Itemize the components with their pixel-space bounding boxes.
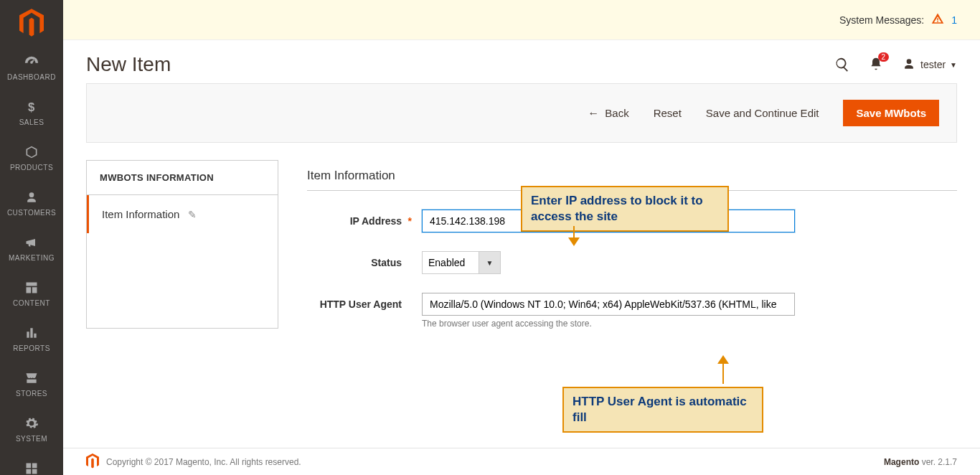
user-menu[interactable]: tester ▼ <box>902 57 957 73</box>
copyright-text: Copyright © 2017 Magento, Inc. All right… <box>106 457 301 467</box>
side-panel-item-label: Item Information <box>102 208 179 220</box>
svg-text:$: $ <box>28 100 35 114</box>
sidebar-item-stores[interactable]: STORES <box>0 361 63 406</box>
layout-icon <box>23 279 40 296</box>
sidebar-label: DASHBOARD <box>7 73 56 81</box>
ip-label-text: IP Address <box>350 215 402 227</box>
side-panel-tab-item-info[interactable]: Item Information ✎ <box>87 195 278 233</box>
status-label: Status <box>307 257 422 268</box>
annotation-callout-ua: HTTP User Agent is automatic fill <box>562 387 763 433</box>
megaphone-icon <box>23 234 40 251</box>
sidebar-item-sales[interactable]: $ SALES <box>0 90 63 135</box>
back-label: Back <box>605 107 628 119</box>
sidebar-label: MARKETING <box>9 254 55 262</box>
required-star-icon: * <box>408 215 412 227</box>
grid-icon <box>23 460 40 475</box>
sidebar-item-dashboard[interactable]: DASHBOARD <box>0 44 63 90</box>
user-agent-label: HTTP User Agent <box>307 298 422 310</box>
version-number: ver. 2.1.7 <box>919 457 957 467</box>
user-agent-input[interactable] <box>422 293 795 316</box>
annotation-arrow-up-icon <box>715 355 732 386</box>
footer-right: Magento ver. 2.1.7 <box>884 457 957 467</box>
system-messages-label: System Messages: <box>839 14 924 26</box>
version-label: Magento <box>884 457 919 467</box>
sidebar-item-reports[interactable]: REPORTS <box>0 316 63 361</box>
warning-icon[interactable] <box>931 12 944 27</box>
person-icon <box>23 189 40 206</box>
storefront-icon <box>23 370 40 387</box>
sidebar-item-system[interactable]: SYSTEM <box>0 406 63 451</box>
sidebar-item-products[interactable]: PRODUCTS <box>0 135 63 180</box>
chevron-down-icon: ▼ <box>950 61 957 69</box>
sidebar-label: STORES <box>16 390 47 398</box>
ip-address-label: IP Address * <box>307 215 422 227</box>
back-button[interactable]: ← Back <box>588 107 628 120</box>
user-icon <box>902 57 916 73</box>
header-actions: 2 tester ▼ <box>834 57 957 73</box>
status-select-wrap: ▼ <box>422 251 501 274</box>
gear-icon <box>23 415 40 432</box>
bell-icon <box>869 62 883 73</box>
admin-sidebar: DASHBOARD $ SALES PRODUCTS CUSTOMERS MAR… <box>0 0 63 475</box>
user-name: tester <box>920 59 946 70</box>
page-header: New Item 2 tester ▼ <box>63 40 980 83</box>
form-side-panel: MWBOTS INFORMATION Item Information ✎ <box>86 160 278 329</box>
notifications-button[interactable]: 2 <box>869 57 883 73</box>
sidebar-item-customers[interactable]: CUSTOMERS <box>0 180 63 225</box>
side-panel-heading: MWBOTS INFORMATION <box>87 161 278 195</box>
user-agent-hint: The browser user agent accessing the sto… <box>422 319 957 329</box>
sidebar-item-content[interactable]: CONTENT <box>0 271 63 316</box>
main-area: System Messages: 1 New Item 2 tester ▼ ←… <box>63 0 980 475</box>
action-bar: ← Back Reset Save and Continue Edit Save… <box>86 83 957 143</box>
page-title: New Item <box>86 53 171 76</box>
magento-logo-small <box>86 453 99 471</box>
bar-chart-icon <box>23 324 40 342</box>
sidebar-label: SYSTEM <box>16 435 47 443</box>
form-row-status: Status ▼ <box>307 251 957 274</box>
save-button[interactable]: Save MWbots <box>843 100 939 126</box>
reset-button[interactable]: Reset <box>654 107 682 119</box>
sidebar-label: CUSTOMERS <box>7 209 56 217</box>
cube-icon <box>23 144 40 161</box>
annotation-callout-ip: Enter IP address to block it to access t… <box>521 186 729 232</box>
sidebar-label: SALES <box>19 118 44 126</box>
sidebar-item-marketing[interactable]: MARKETING <box>0 225 63 271</box>
footer-left: Copyright © 2017 Magento, Inc. All right… <box>86 453 301 471</box>
status-select[interactable] <box>422 251 479 274</box>
magento-logo[interactable] <box>17 9 46 37</box>
page-footer: Copyright © 2017 Magento, Inc. All right… <box>63 448 980 475</box>
notification-badge: 2 <box>878 52 890 62</box>
content-row: MWBOTS INFORMATION Item Information ✎ It… <box>63 143 980 329</box>
sidebar-label: PRODUCTS <box>10 164 53 171</box>
sidebar-label: REPORTS <box>13 344 50 352</box>
pencil-icon: ✎ <box>188 209 197 220</box>
status-dropdown-button[interactable]: ▼ <box>479 251 501 274</box>
sidebar-item-extensions[interactable] <box>0 451 63 475</box>
dollar-icon: $ <box>23 98 40 116</box>
arrow-left-icon: ← <box>588 107 599 120</box>
system-messages-bar: System Messages: 1 <box>63 0 980 40</box>
annotation-arrow-down-icon <box>565 226 583 248</box>
system-messages-count[interactable]: 1 <box>951 14 957 26</box>
sidebar-label: CONTENT <box>13 299 50 307</box>
search-icon[interactable] <box>834 57 850 72</box>
save-continue-button[interactable]: Save and Continue Edit <box>706 107 819 119</box>
gauge-icon <box>23 53 40 70</box>
form-row-user-agent: HTTP User Agent <box>307 293 957 316</box>
